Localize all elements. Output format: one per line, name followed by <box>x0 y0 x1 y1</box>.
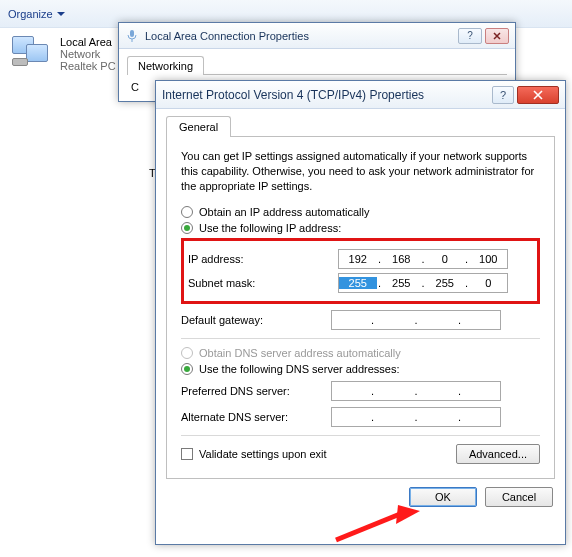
adapter-name: Local Area <box>60 36 116 48</box>
lan-title: Local Area Connection Properties <box>145 30 309 42</box>
radio-ip-auto[interactable]: Obtain an IP address automatically <box>181 206 540 218</box>
tab-general[interactable]: General <box>166 116 231 137</box>
radio-ip-manual[interactable]: Use the following IP address: <box>181 222 540 234</box>
dropdown-icon <box>57 12 65 16</box>
svg-rect-0 <box>130 30 134 37</box>
subnet-mask-input[interactable]: 255. 255. 255. 0 <box>338 273 508 293</box>
ipv4-properties-window: Internet Protocol Version 4 (TCP/IPv4) P… <box>155 80 566 545</box>
preferred-dns-input[interactable]: . . . <box>331 381 501 401</box>
tab-networking[interactable]: Networking <box>127 56 204 75</box>
help-button[interactable]: ? <box>492 86 514 104</box>
highlight-box: IP address: 192. 168. 0. 100 Subnet mask… <box>181 238 540 304</box>
ok-button[interactable]: OK <box>409 487 477 507</box>
radio-icon <box>181 222 193 234</box>
close-button[interactable] <box>517 86 559 104</box>
validate-checkbox[interactable]: Validate settings upon exit <box>181 448 327 460</box>
description-text: You can get IP settings assigned automat… <box>181 149 540 194</box>
radio-dns-auto: Obtain DNS server address automatically <box>181 347 540 359</box>
default-gateway-input[interactable]: . . . <box>331 310 501 330</box>
adapter-device: Realtek PC <box>60 60 116 72</box>
cancel-button[interactable]: Cancel <box>485 487 553 507</box>
ipv4-titlebar[interactable]: Internet Protocol Version 4 (TCP/IPv4) P… <box>156 81 565 109</box>
checkbox-icon <box>181 448 193 460</box>
microphone-icon <box>125 29 139 43</box>
close-button[interactable] <box>485 28 509 44</box>
label-preferred-dns: Preferred DNS server: <box>181 385 331 397</box>
organize-label: Organize <box>8 8 53 20</box>
lan-titlebar[interactable]: Local Area Connection Properties ? <box>119 23 515 49</box>
help-button[interactable]: ? <box>458 28 482 44</box>
organize-menu[interactable]: Organize <box>8 8 65 20</box>
label-ip-address: IP address: <box>188 253 338 265</box>
radio-dns-manual[interactable]: Use the following DNS server addresses: <box>181 363 540 375</box>
adapter-status: Network <box>60 48 116 60</box>
radio-icon <box>181 206 193 218</box>
label-subnet-mask: Subnet mask: <box>188 277 338 289</box>
network-adapter-icon <box>12 36 52 68</box>
advanced-button[interactable]: Advanced... <box>456 444 540 464</box>
label-alternate-dns: Alternate DNS server: <box>181 411 331 423</box>
radio-icon <box>181 363 193 375</box>
ipv4-title: Internet Protocol Version 4 (TCP/IPv4) P… <box>162 88 424 102</box>
ip-address-input[interactable]: 192. 168. 0. 100 <box>338 249 508 269</box>
label-default-gateway: Default gateway: <box>181 314 331 326</box>
alternate-dns-input[interactable]: . . . <box>331 407 501 427</box>
radio-icon <box>181 347 193 359</box>
